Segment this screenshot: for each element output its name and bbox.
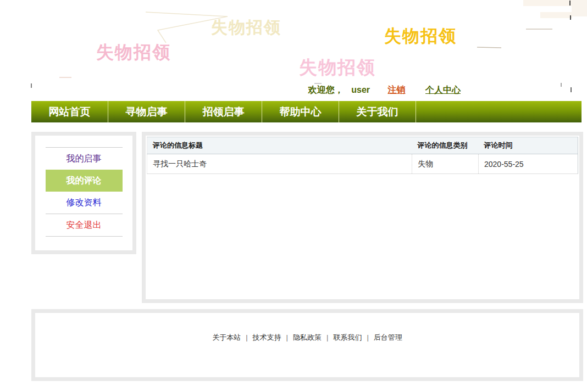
footer-separator: |: [246, 333, 247, 341]
footer-link-about-site[interactable]: 关于本站: [212, 333, 241, 341]
nav-item-lost-notices[interactable]: 寻物启事: [108, 101, 185, 122]
watermark-logo-text: 失物招领: [384, 25, 457, 48]
comment-type-cell: 失物: [412, 154, 479, 174]
table-header-row: 评论的信息标题 评论的信息类别 评论时间: [147, 137, 578, 154]
sidebar-item-edit-profile[interactable]: 修改资料: [35, 192, 132, 214]
watermark-logo-text: 失物招领: [211, 16, 281, 39]
watermark-logo-text: 失物招领: [96, 41, 171, 65]
footer-separator: |: [367, 333, 368, 341]
footer-links: 关于本站|技术支持|隐私政策|联系我们|后台管理: [35, 333, 579, 343]
main-content: 评论的信息标题 评论的信息类别 评论时间 寻找一只哈士奇 失物 2020-55-…: [142, 132, 583, 303]
page: 失物招领 失物招领 失物招领 失物招领 欢迎您， user 注销 个人中心 网站…: [0, 0, 587, 392]
sidebar-item-my-comments[interactable]: 我的评论: [46, 170, 123, 192]
nav-item-home[interactable]: 网站首页: [31, 101, 108, 122]
footer: 关于本站|技术支持|隐私政策|联系我们|后台管理: [31, 309, 583, 381]
watermark-logo-text: 失物招领: [299, 55, 376, 80]
sidebar-menu: 我的启事 我的评论 修改资料 安全退出: [35, 147, 132, 237]
nav-item-about-us[interactable]: 关于我们: [339, 101, 416, 122]
column-header-title: 评论的信息标题: [147, 137, 412, 154]
comments-table: 评论的信息标题 评论的信息类别 评论时间 寻找一只哈士奇 失物 2020-55-…: [147, 137, 578, 174]
footer-separator: |: [326, 333, 328, 341]
logout-link[interactable]: 注销: [388, 85, 406, 94]
profile-center-link[interactable]: 个人中心: [425, 85, 461, 94]
footer-link-tech-support[interactable]: 技术支持: [253, 333, 281, 341]
table-row[interactable]: 寻找一只哈士奇 失物 2020-55-25: [147, 154, 578, 174]
nav-item-found-notices[interactable]: 招领启事: [185, 101, 262, 122]
column-header-time: 评论时间: [479, 137, 578, 154]
sidebar-item-logout[interactable]: 安全退出: [35, 214, 132, 236]
welcome-text: 欢迎您，: [308, 85, 344, 94]
footer-link-contact-us[interactable]: 联系我们: [333, 333, 362, 341]
user-bar: 欢迎您， user 注销 个人中心: [31, 82, 582, 98]
sidebar-item-my-notices[interactable]: 我的启事: [35, 148, 132, 170]
footer-separator: |: [286, 333, 288, 341]
nav-item-help-center[interactable]: 帮助中心: [262, 101, 339, 122]
footer-link-admin[interactable]: 后台管理: [374, 333, 402, 341]
main-nav: 网站首页 寻物启事 招领启事 帮助中心 关于我们: [31, 101, 582, 122]
sidebar: 我的启事 我的评论 修改资料 安全退出: [31, 132, 136, 254]
comment-title-cell: 寻找一只哈士奇: [147, 154, 412, 174]
column-header-type: 评论的信息类别: [412, 137, 479, 154]
username-text: user: [351, 85, 370, 94]
footer-link-privacy-policy[interactable]: 隐私政策: [293, 333, 322, 341]
sidebar-divider: [46, 236, 123, 237]
comment-time-cell: 2020-55-25: [479, 154, 578, 174]
